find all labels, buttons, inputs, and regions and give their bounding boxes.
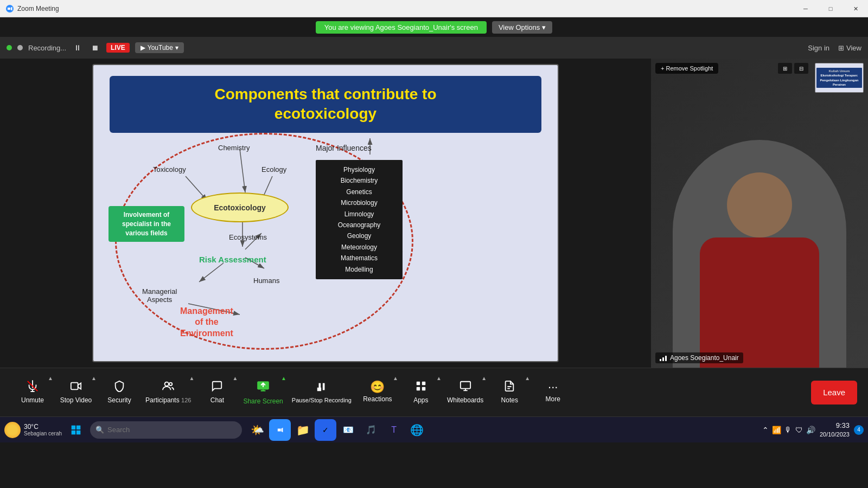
video-grid-icon-2[interactable]: ⊟ — [794, 63, 808, 74]
close-button[interactable]: ✕ — [843, 0, 868, 17]
toolbar-stop-video[interactable]: ▲ Stop Video — [54, 371, 98, 414]
presenter-body — [700, 237, 819, 368]
unmute-caret-icon[interactable]: ▲ — [48, 375, 53, 381]
taskbar-time: 9:33 20/10/2023 — [820, 421, 850, 438]
svg-rect-32 — [72, 425, 76, 429]
participants-caret-icon[interactable]: ▲ — [189, 375, 195, 381]
major-influences-label: Major Influences — [316, 144, 372, 152]
pause-stop-icon — [316, 381, 328, 395]
toolbar-security[interactable]: Security — [98, 371, 141, 414]
share-caret-icon[interactable]: ▲ — [281, 375, 286, 381]
slide-title-text: Components that contribute to ecotoxicol… — [120, 85, 531, 124]
dark-box-item: Microbiology — [323, 197, 395, 208]
reactions-label: Reactions — [363, 395, 392, 403]
taskbar-app-mail[interactable]: 📧 — [337, 419, 359, 441]
whiteboards-icon — [459, 380, 471, 394]
speaker-name-badge: Agoes Soegianto_Unair — [655, 352, 743, 363]
toolbar-pause-recording[interactable]: Pause/Stop Recording — [288, 371, 356, 414]
toolbar-notes[interactable]: ▲ Notes — [488, 371, 531, 414]
leave-button[interactable]: Leave — [811, 381, 857, 404]
toolbar-more[interactable]: ··· More — [531, 371, 575, 414]
toxicology-label: Toxicology — [153, 165, 186, 174]
whiteboards-label: Whiteboards — [447, 396, 483, 404]
dark-box-item: Meteorology — [323, 242, 395, 253]
start-button[interactable] — [66, 420, 86, 440]
more-icon: ··· — [548, 381, 558, 393]
management-label: Management of the Environment — [180, 306, 233, 339]
stop-video-icon — [70, 380, 82, 394]
toolbar-unmute[interactable]: ▲ Unmute — [11, 371, 54, 414]
video-panel: + Remove Spotlight ⊞ ⊟ Kuliah Umum Ekoto… — [651, 59, 868, 368]
taskbar-system-icons: ⌃ 📶 🎙 🛡 🔊 — [762, 426, 815, 434]
video-icons: ⊞ ⊟ — [778, 63, 808, 74]
dark-box-item: Physiology — [323, 164, 395, 175]
dark-box-item: Limnology — [323, 209, 395, 220]
signal-bar-1 — [660, 359, 661, 361]
taskbar-app-widgets[interactable]: 🌤️ — [246, 419, 268, 441]
slide-container: Components that contribute to ecotoxicol… — [92, 64, 559, 362]
apps-caret-icon[interactable]: ▲ — [436, 375, 442, 381]
title-bar: Zoom Meeting ─ □ ✕ — [0, 0, 868, 17]
notification-count[interactable]: 4 — [854, 425, 864, 435]
signal-bar-2 — [662, 357, 664, 361]
svg-point-18 — [169, 383, 173, 386]
svg-rect-34 — [72, 430, 76, 434]
taskbar-app-spotify[interactable]: 🎵 — [360, 419, 382, 441]
search-input[interactable] — [90, 421, 242, 439]
notes-label: Notes — [501, 396, 518, 404]
taskbar-right: ⌃ 📶 🎙 🛡 🔊 9:33 20/10/2023 4 — [762, 421, 864, 438]
participants-icon — [162, 380, 174, 394]
taskbar: 30°C Sebagian cerah 🔍 🌤️ 📁 ✓ 📧 🎵 T 🌐 — [0, 416, 868, 442]
ecosystems-label: Ecosystems — [229, 233, 267, 241]
whiteboards-caret-icon[interactable]: ▲ — [481, 375, 487, 381]
taskbar-apps: 🌤️ 📁 ✓ 📧 🎵 T 🌐 — [246, 419, 427, 441]
remove-spotlight-button[interactable]: + Remove Spotlight — [655, 63, 718, 74]
taskbar-app-chrome[interactable]: 🌐 — [406, 419, 427, 441]
reactions-caret-icon[interactable]: ▲ — [393, 375, 398, 381]
zoom-logo: Zoom Meeting — [5, 4, 59, 13]
svg-rect-23 — [417, 382, 420, 385]
chevron-up-icon[interactable]: ⌃ — [762, 426, 769, 434]
toolbar-share-screen[interactable]: ▲ Share Screen — [239, 371, 287, 414]
toolbar-participants[interactable]: ▲ Participants 126 — [141, 371, 195, 414]
presenter-face — [727, 172, 792, 237]
dark-box-item: Oceanography — [323, 220, 395, 230]
taskbar-app-file-manager[interactable]: 📁 — [292, 419, 314, 441]
risk-assessment-label: Risk Assessment — [199, 255, 266, 264]
taskbar-app-zoom[interactable] — [269, 419, 291, 441]
chat-label: Chat — [210, 396, 224, 404]
pause-recording-button[interactable]: ⏸ — [72, 42, 84, 53]
dark-box-item: Biochemistry — [323, 175, 395, 186]
toolbar-whiteboards[interactable]: ▲ Whiteboards — [443, 371, 488, 414]
more-label: More — [546, 395, 560, 403]
signal-bar-3 — [665, 356, 667, 361]
title-text: Zoom Meeting — [17, 5, 59, 12]
toolbar-reactions[interactable]: ▲ 😊 Reactions — [356, 371, 399, 414]
minimize-button[interactable]: ─ — [793, 0, 818, 17]
svg-rect-33 — [76, 425, 81, 429]
taskbar-app-todo[interactable]: ✓ — [315, 419, 336, 441]
stop-video-caret-icon[interactable]: ▲ — [91, 375, 97, 381]
notes-caret-icon[interactable]: ▲ — [525, 375, 530, 381]
svg-rect-16 — [71, 383, 78, 390]
youtube-button[interactable]: ▶ YouTube ▾ — [135, 42, 184, 53]
video-grid-icon-1[interactable]: ⊞ — [778, 63, 792, 74]
chat-icon — [211, 380, 223, 394]
volume-icon[interactable]: 🔊 — [806, 426, 815, 434]
svg-rect-26 — [422, 387, 425, 390]
svg-rect-35 — [76, 430, 81, 434]
svg-rect-25 — [417, 387, 420, 390]
stop-video-label: Stop Video — [60, 396, 92, 404]
share-notification-bar: You are viewing Agoes Soegianto_Unair's … — [0, 17, 868, 37]
view-options-button[interactable]: View Options ▾ — [492, 21, 552, 34]
view-button[interactable]: ⊞ View — [838, 44, 861, 52]
stop-recording-button[interactable]: ⏹ — [89, 42, 101, 53]
taskbar-app-teams[interactable]: T — [383, 419, 405, 441]
sign-in-button[interactable]: Sign in — [808, 44, 829, 52]
maximize-button[interactable]: □ — [818, 0, 843, 17]
toolbar-apps[interactable]: ▲ Apps — [399, 371, 443, 414]
chat-caret-icon[interactable]: ▲ — [233, 375, 238, 381]
unmute-label: Unmute — [21, 396, 44, 404]
recording-dot — [17, 45, 23, 50]
toolbar-chat[interactable]: ▲ Chat — [195, 371, 239, 414]
